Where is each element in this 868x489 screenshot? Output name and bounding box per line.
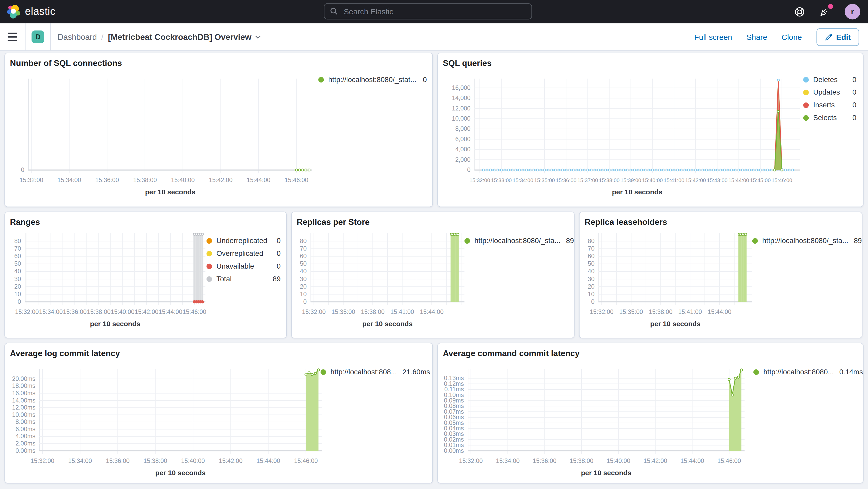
legend-dot: [207, 238, 212, 243]
svg-text:15:44:00: 15:44:00: [159, 308, 182, 315]
legend-dot: [803, 115, 809, 120]
svg-text:15:45:00: 15:45:00: [750, 177, 771, 183]
clone-button[interactable]: Clone: [781, 32, 802, 41]
chart-legend: Deletes0Updates0Inserts0Selects0: [803, 75, 856, 126]
global-search[interactable]: [324, 3, 532, 20]
panel-title: Ranges: [10, 217, 40, 226]
legend-item[interactable]: http://localhost:8080/_sta...89: [464, 237, 568, 245]
pencil-icon: [825, 33, 832, 41]
svg-text:14,000: 14,000: [452, 95, 471, 101]
legend-value: 89: [848, 237, 862, 245]
legend-label: http://localhost:808...: [331, 368, 397, 376]
svg-text:15:34:00: 15:34:00: [496, 457, 520, 464]
svg-text:0: 0: [18, 298, 21, 305]
legend-item[interactable]: Inserts0: [803, 101, 856, 109]
legend-item[interactable]: Total89: [207, 275, 281, 283]
legend-item[interactable]: Deletes0: [803, 75, 856, 84]
legend-dot: [752, 238, 758, 243]
legend-item[interactable]: Updates0: [803, 88, 856, 96]
legend-item[interactable]: Selects0: [803, 114, 856, 122]
legend-item[interactable]: http://localhost:8080/_stat...0: [318, 75, 427, 84]
svg-text:0: 0: [21, 166, 25, 173]
svg-text:2,000: 2,000: [455, 156, 471, 163]
chart-legend: http://localhost:8080/_stat...0: [318, 75, 427, 88]
svg-text:60: 60: [300, 253, 307, 259]
legend-item[interactable]: Unavailable0: [207, 262, 281, 270]
svg-text:20: 20: [300, 283, 307, 290]
svg-text:15:32:00: 15:32:00: [30, 457, 54, 464]
panel-title: Average log commit latency: [10, 348, 120, 358]
svg-text:15:44:00: 15:44:00: [256, 457, 280, 464]
svg-text:80: 80: [300, 238, 307, 244]
toolbar-actions: Full screen Share Clone Edit: [694, 28, 868, 45]
search-input[interactable]: [343, 6, 526, 16]
svg-text:20.00ms: 20.00ms: [12, 375, 35, 382]
svg-text:15:38:00: 15:38:00: [599, 177, 620, 183]
svg-text:50: 50: [14, 260, 21, 267]
page-title: [Metricbeat CockroachDB] Overview: [108, 32, 251, 41]
header-actions: r: [794, 4, 868, 20]
dashboard-app-badge[interactable]: D: [32, 30, 44, 43]
svg-text:40: 40: [588, 268, 594, 275]
svg-text:20: 20: [14, 283, 21, 290]
legend-dot: [803, 77, 809, 82]
legend-dot: [318, 77, 324, 82]
help-button[interactable]: [794, 6, 805, 17]
svg-text:15:44:00: 15:44:00: [708, 308, 731, 315]
svg-text:15:36:00: 15:36:00: [556, 177, 576, 183]
svg-text:15:33:00: 15:33:00: [491, 177, 512, 183]
chart-legend: http://localhost:808...21.60ms: [320, 368, 427, 380]
panel-title: Replicas per Store: [297, 217, 370, 226]
svg-text:70: 70: [300, 245, 307, 252]
legend-item[interactable]: Overreplicated0: [207, 249, 281, 258]
legend-item[interactable]: http://localhost:8080/_sta...89: [752, 237, 854, 245]
chart-legend: http://localhost:8080...0.14ms: [753, 368, 856, 380]
legend-value: 89: [267, 275, 281, 283]
user-avatar[interactable]: r: [845, 4, 861, 20]
svg-text:15:40:00: 15:40:00: [181, 457, 205, 464]
panel-average-command-commit-latency: Average command commit latency 0.00ms0.0…: [437, 343, 864, 484]
svg-text:15:38:00: 15:38:00: [361, 308, 385, 315]
svg-text:15:41:00: 15:41:00: [678, 308, 702, 315]
legend-item[interactable]: http://localhost:808...21.60ms: [320, 368, 427, 376]
legend-label: http://localhost:8080...: [763, 368, 834, 376]
dashboard-row: Ranges 0102030405060708015:32:0015:34:00…: [4, 212, 864, 338]
svg-text:15:38:00: 15:38:00: [133, 177, 157, 183]
legend-item[interactable]: http://localhost:8080...0.14ms: [753, 368, 856, 376]
legend-value: 0: [271, 237, 281, 245]
svg-text:15:44:00: 15:44:00: [247, 177, 270, 183]
dashboard-row: Number of SQL connections 015:32:0015:34…: [4, 53, 864, 207]
svg-text:15:36:00: 15:36:00: [533, 457, 557, 464]
breadcrumb-dashboard-link[interactable]: Dashboard: [58, 32, 97, 41]
svg-text:15:46:00: 15:46:00: [183, 308, 206, 315]
svg-text:per 10 seconds: per 10 seconds: [581, 469, 631, 477]
svg-text:15:38:00: 15:38:00: [87, 308, 111, 315]
svg-text:15:46:00: 15:46:00: [285, 177, 308, 183]
dashboard-title-menu[interactable]: [Metricbeat CockroachDB] Overview: [108, 32, 261, 41]
chart-canvas: 0.00ms0.01ms0.02ms0.03ms0.04ms0.05ms0.06…: [438, 363, 770, 483]
svg-text:50: 50: [300, 260, 307, 267]
svg-text:16,000: 16,000: [452, 84, 471, 91]
svg-text:60: 60: [588, 253, 594, 259]
legend-value: 0: [847, 101, 857, 109]
svg-text:2.00ms: 2.00ms: [16, 440, 35, 447]
svg-text:50: 50: [588, 260, 594, 267]
edit-button[interactable]: Edit: [816, 28, 859, 45]
svg-text:6.00ms: 6.00ms: [16, 426, 35, 432]
menu-button[interactable]: [0, 23, 25, 50]
svg-text:40: 40: [300, 268, 307, 275]
svg-text:15:34:00: 15:34:00: [513, 177, 533, 183]
panel-replica-leaseholders: Replica leaseholders 0102030405060708015…: [579, 212, 862, 338]
svg-text:15:38:00: 15:38:00: [144, 457, 167, 464]
svg-text:15:42:00: 15:42:00: [644, 457, 667, 464]
svg-text:15:46:00: 15:46:00: [772, 177, 792, 183]
svg-text:15:35:00: 15:35:00: [534, 177, 555, 183]
fullscreen-button[interactable]: Full screen: [694, 32, 732, 41]
news-button[interactable]: [819, 6, 831, 17]
divider: [25, 23, 26, 50]
share-button[interactable]: Share: [747, 32, 767, 41]
svg-text:12,000: 12,000: [452, 105, 471, 112]
panel-number-of-sql-connections: Number of SQL connections 015:32:0015:34…: [4, 53, 433, 207]
legend-item[interactable]: Underreplicated0: [207, 237, 281, 245]
legend-label: Selects: [813, 114, 837, 122]
